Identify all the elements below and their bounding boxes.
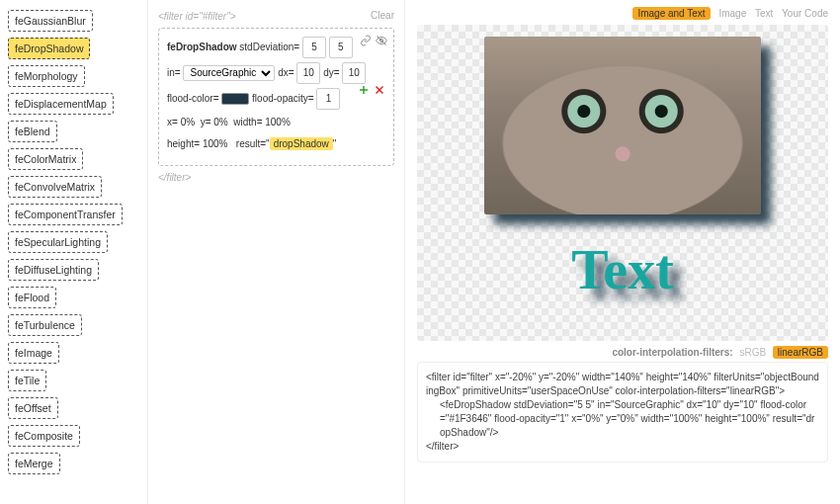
result-value[interactable]: dropShadow — [270, 137, 333, 150]
preview-canvas: Text — [417, 25, 828, 341]
primitive-feColorMatrix[interactable]: feColorMatrix — [8, 148, 83, 170]
primitive-feMerge[interactable]: feMerge — [8, 453, 60, 474]
preview-text: Text — [571, 238, 674, 301]
primitive-feFlood[interactable]: feFlood — [8, 287, 56, 308]
preview-column: Image and Text Image Text Your Code Text… — [405, 0, 840, 504]
primitive-feSpecularLighting[interactable]: feSpecularLighting — [8, 231, 108, 253]
flood-color-label: flood-color= — [167, 93, 219, 104]
dy-input[interactable]: 10 — [342, 62, 366, 84]
primitive-feImage[interactable]: feImage — [8, 342, 59, 364]
height-label: height= — [167, 138, 200, 149]
primitive-config-box: feDropShadow stdDeviation= 5 5 in= Sourc… — [158, 28, 394, 166]
primitive-feDropShadow[interactable]: feDropShadow — [8, 38, 90, 59]
link-icon[interactable] — [360, 35, 372, 48]
cif-row: color-interpolation-filters: sRGB linear… — [417, 347, 828, 358]
primitive-feDisplacementMap[interactable]: feDisplacementMap — [8, 93, 114, 115]
x-label: x= — [167, 117, 178, 127]
flood-opacity-input[interactable]: 1 — [316, 88, 340, 110]
preview-tabs: Image and Text Image Text Your Code — [417, 8, 828, 19]
eye-off-icon[interactable] — [376, 35, 387, 48]
in-label: in= — [167, 67, 181, 78]
primitive-feDiffuseLighting[interactable]: feDiffuseLighting — [8, 259, 99, 281]
primitive-feTurbulence[interactable]: feTurbulence — [8, 314, 82, 336]
tab-image-and-text[interactable]: Image and Text — [632, 7, 710, 20]
clear-button[interactable]: Clear — [371, 10, 394, 21]
tab-your-code[interactable]: Your Code — [782, 8, 828, 19]
primitive-feTile[interactable]: feTile — [8, 370, 46, 391]
preview-image — [484, 37, 761, 214]
stddeviation-label: stdDeviation= — [239, 42, 299, 52]
filter-open-tag: <filter id="#filter"> — [158, 11, 236, 22]
primitive-feComposite[interactable]: feComposite — [8, 425, 80, 447]
flood-color-input[interactable] — [221, 93, 249, 105]
tab-text[interactable]: Text — [755, 8, 773, 19]
code-output[interactable]: <filter id="filter" x="-20%" y="-20%" wi… — [417, 362, 828, 462]
cif-option-linearrgb[interactable]: linearRGB — [773, 346, 828, 359]
filter-editor: <filter id="#filter"> Clear feDropShadow… — [148, 0, 405, 504]
dx-label: dx= — [278, 67, 294, 78]
code-line-3: </filter> — [426, 441, 459, 452]
y-label: y= — [201, 117, 211, 127]
width-value[interactable]: 100% — [265, 117, 291, 127]
width-label: width= — [233, 117, 262, 127]
primitive-feMorphology[interactable]: feMorphology — [8, 65, 85, 87]
cif-option-srgb[interactable]: sRGB — [739, 347, 766, 358]
flood-opacity-label: flood-opacity= — [252, 93, 314, 104]
x-value[interactable]: 0% — [181, 117, 195, 127]
height-value[interactable]: 100% — [203, 138, 228, 149]
stddeviation-x-input[interactable]: 5 — [302, 37, 326, 58]
y-value[interactable]: 0% — [213, 117, 227, 127]
cif-label: color-interpolation-filters: — [612, 347, 732, 358]
tab-image[interactable]: Image — [718, 8, 746, 19]
add-icon[interactable] — [358, 84, 370, 102]
primitive-feBlend[interactable]: feBlend — [8, 121, 57, 142]
code-line-1: <filter id="filter" x="-20%" y="-20%" wi… — [426, 372, 819, 396]
primitive-feComponentTransfer[interactable]: feComponentTransfer — [8, 204, 123, 225]
stddeviation-y-input[interactable]: 5 — [329, 37, 353, 58]
dx-input[interactable]: 10 — [296, 62, 320, 84]
remove-icon[interactable] — [374, 84, 385, 102]
primitive-name: feDropShadow — [167, 42, 237, 52]
primitive-feOffset[interactable]: feOffset — [8, 397, 58, 419]
code-line-2: <feDropShadow stdDeviation="5 5" in="Sou… — [426, 398, 819, 440]
primitive-palette: feGaussianBlur feDropShadow feMorphology… — [0, 0, 148, 504]
result-label: result= — [236, 138, 266, 149]
primitive-feGaussianBlur[interactable]: feGaussianBlur — [8, 10, 93, 32]
dy-label: dy= — [323, 67, 339, 78]
in-select[interactable]: SourceGraphic — [183, 65, 275, 81]
filter-close-tag: </filter> — [158, 172, 394, 183]
primitive-feConvolveMatrix[interactable]: feConvolveMatrix — [8, 176, 102, 198]
